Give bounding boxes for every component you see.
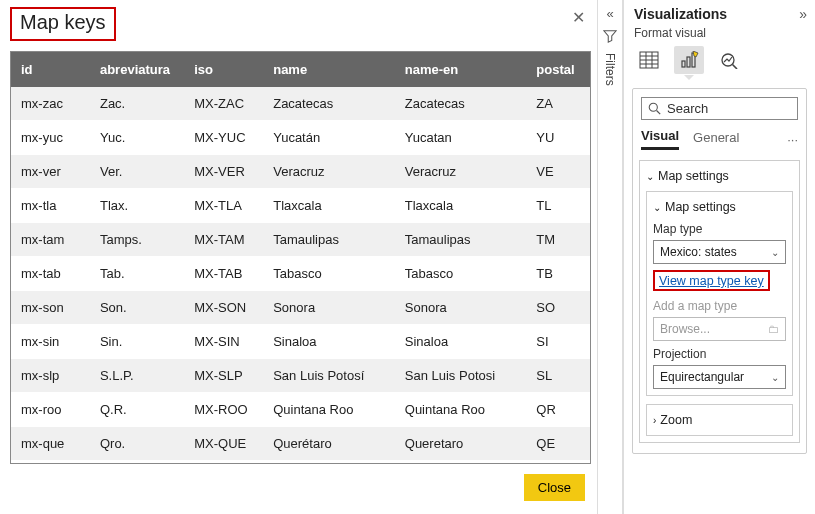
- cell-nameen: San Luis Potosi: [395, 359, 527, 393]
- table-row[interactable]: mx-rooQ.R.MX-ROOQuintana RooQuintana Roo…: [11, 393, 590, 427]
- cell-id: mx-roo: [11, 393, 90, 427]
- cell-abr: S.L.P.: [90, 359, 184, 393]
- cell-iso: MX-ROO: [184, 393, 263, 427]
- cell-id: mx-zac: [11, 87, 90, 121]
- cell-name: Veracruz: [263, 155, 395, 189]
- chevron-down-icon: ⌄: [653, 202, 661, 213]
- cell-postal: YU: [526, 121, 590, 155]
- format-visual-subtitle: Format visual: [624, 24, 815, 46]
- tab-more-icon[interactable]: ···: [787, 132, 798, 147]
- cell-abr: Tab.: [90, 257, 184, 291]
- chevron-down-icon: ⌄: [771, 247, 779, 258]
- table-row[interactable]: mx-zacZac.MX-ZACZacatecasZacatecasZA: [11, 87, 590, 121]
- close-icon[interactable]: ✕: [572, 8, 585, 27]
- cell-id: mx-slp: [11, 359, 90, 393]
- table-row[interactable]: mx-queQro.MX-QUEQuerétaroQueretaroQE: [11, 427, 590, 461]
- projection-select[interactable]: Equirectangular ⌄: [653, 365, 786, 389]
- col-header-name[interactable]: name: [263, 52, 395, 87]
- section-map-settings-label: Map settings: [658, 169, 729, 183]
- filters-label[interactable]: Filters: [603, 53, 617, 86]
- cell-iso: MX-ZAC: [184, 87, 263, 121]
- cell-iso: MX-VER: [184, 155, 263, 189]
- projection-value: Equirectangular: [660, 370, 744, 384]
- cell-iso: MX-YUC: [184, 121, 263, 155]
- filters-rail: « Filters: [597, 0, 623, 514]
- tab-general[interactable]: General: [693, 130, 739, 149]
- cell-abr: Yuc.: [90, 121, 184, 155]
- table-row[interactable]: mx-tamTamps.MX-TAMTamaulipasTamaulipasTM: [11, 223, 590, 257]
- cell-postal: SI: [526, 325, 590, 359]
- section-zoom-header[interactable]: › Zoom: [653, 411, 786, 429]
- cell-id: mx-son: [11, 291, 90, 325]
- cell-name: Quintana Roo: [263, 393, 395, 427]
- cell-name: Tamaulipas: [263, 223, 395, 257]
- browse-map-type-input[interactable]: Browse... 🗀: [653, 317, 786, 341]
- col-header-iso[interactable]: iso: [184, 52, 263, 87]
- cell-postal: TM: [526, 223, 590, 257]
- analytics-icon[interactable]: [714, 46, 744, 74]
- cell-iso: MX-QUE: [184, 427, 263, 461]
- cell-iso: MX-SIN: [184, 325, 263, 359]
- section-zoom: › Zoom: [646, 404, 793, 436]
- map-type-select[interactable]: Mexico: states ⌄: [653, 240, 786, 264]
- cell-iso: MX-TLA: [184, 189, 263, 223]
- cell-name: Querétaro: [263, 427, 395, 461]
- subsection-map-settings-header[interactable]: ⌄ Map settings: [653, 198, 786, 216]
- format-search-input[interactable]: Search: [641, 97, 798, 120]
- view-map-type-key-highlight: View map type key: [653, 270, 770, 291]
- cell-postal: TB: [526, 257, 590, 291]
- filters-icon[interactable]: [603, 29, 617, 43]
- cell-postal: TL: [526, 189, 590, 223]
- table-row[interactable]: mx-sinSin.MX-SINSinaloaSinaloaSI: [11, 325, 590, 359]
- table-row[interactable]: mx-yucYuc.MX-YUCYucatánYucatanYU: [11, 121, 590, 155]
- cell-abr: Zac.: [90, 87, 184, 121]
- cell-nameen: Veracruz: [395, 155, 527, 189]
- cell-abr: Son.: [90, 291, 184, 325]
- col-header-postal[interactable]: postal: [526, 52, 590, 87]
- collapse-left-icon[interactable]: «: [606, 6, 613, 21]
- cell-nameen: Sonora: [395, 291, 527, 325]
- table-row[interactable]: mx-tlaTlax.MX-TLATlaxcalaTlaxcalaTL: [11, 189, 590, 223]
- cell-name: Sinaloa: [263, 325, 395, 359]
- tab-visual[interactable]: Visual: [641, 128, 679, 150]
- cell-nameen: Sinaloa: [395, 325, 527, 359]
- svg-point-11: [649, 103, 657, 111]
- table-row[interactable]: mx-sonSon.MX-SONSonoraSonoraSO: [11, 291, 590, 325]
- map-type-label: Map type: [653, 222, 786, 236]
- section-map-settings-header[interactable]: ⌄ Map settings: [646, 167, 793, 185]
- cell-name: Tlaxcala: [263, 189, 395, 223]
- cell-nameen: Tabasco: [395, 257, 527, 291]
- build-visual-icon[interactable]: [634, 46, 664, 74]
- visualizations-pane: Visualizations » Format visual Search Vi…: [623, 0, 815, 514]
- expand-right-icon[interactable]: »: [799, 6, 807, 22]
- subsection-map-settings-label: Map settings: [665, 200, 736, 214]
- cell-abr: Q.R.: [90, 393, 184, 427]
- col-header-nameen[interactable]: name-en: [395, 52, 527, 87]
- cell-iso: MX-TAB: [184, 257, 263, 291]
- col-header-id[interactable]: id: [11, 52, 90, 87]
- map-keys-table: id abreviatura iso name name-en postal m…: [11, 52, 590, 464]
- subsection-map-settings: ⌄ Map settings Map type Mexico: states ⌄…: [646, 191, 793, 396]
- chevron-right-icon: ›: [653, 415, 656, 426]
- cell-postal: SO: [526, 291, 590, 325]
- view-map-type-key-link[interactable]: View map type key: [659, 274, 764, 288]
- browse-placeholder: Browse...: [660, 322, 710, 336]
- cell-name: Tabasco: [263, 257, 395, 291]
- cell-abr: Sin.: [90, 325, 184, 359]
- search-placeholder: Search: [667, 101, 708, 116]
- map-keys-dialog: ✕ Map keys id abreviatura iso name name-…: [0, 0, 597, 514]
- cell-id: mx-tam: [11, 223, 90, 257]
- table-row[interactable]: mx-tabTab.MX-TABTabascoTabascoTB: [11, 257, 590, 291]
- visualizations-title: Visualizations: [634, 6, 727, 22]
- close-button[interactable]: Close: [524, 474, 585, 501]
- svg-line-12: [657, 111, 661, 115]
- map-keys-table-scroll[interactable]: id abreviatura iso name name-en postal m…: [10, 51, 591, 464]
- col-header-abr[interactable]: abreviatura: [90, 52, 184, 87]
- svg-line-10: [733, 65, 738, 70]
- cell-id: mx-que: [11, 427, 90, 461]
- table-row[interactable]: mx-verVer.MX-VERVeracruzVeracruzVE: [11, 155, 590, 189]
- format-visual-icon[interactable]: [674, 46, 704, 74]
- table-row[interactable]: mx-slpS.L.P.MX-SLPSan Luis PotosíSan Lui…: [11, 359, 590, 393]
- cell-name: San Luis Potosí: [263, 359, 395, 393]
- browse-icon: 🗀: [768, 323, 779, 335]
